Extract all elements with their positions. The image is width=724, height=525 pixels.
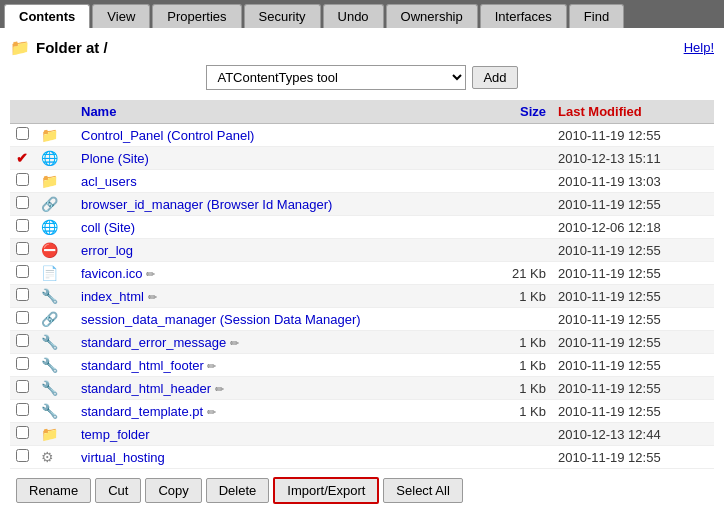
item-link[interactable]: Control_Panel (Control Panel) [81,128,254,143]
tab-ownership[interactable]: Ownership [386,4,478,28]
table-row: 🔧standard_html_footer ✏1 Kb2010-11-19 12… [10,354,714,377]
header-last-modified: Last Modified [552,100,714,124]
tab-contents[interactable]: Contents [4,4,90,28]
table-body: 📁Control_Panel (Control Panel)2010-11-19… [10,124,714,469]
folder-title-text: Folder at / [36,39,108,56]
select-all-button[interactable]: Select All [383,478,462,503]
row-checkbox[interactable] [16,311,29,324]
table-row: ⛔error_log2010-11-19 12:55 [10,239,714,262]
item-date: 2010-11-19 12:55 [552,446,714,469]
tool-icon: 🔧 [41,380,58,396]
item-link[interactable]: session_data_manager (Session Data Manag… [81,312,361,327]
tool-icon: 🔧 [41,357,58,373]
link-icon: 🔗 [41,196,58,212]
edit-pencil-icon[interactable]: ✏ [207,360,216,372]
header-name[interactable]: Name [75,100,487,124]
edit-pencil-icon[interactable]: ✏ [215,383,224,395]
row-checkbox[interactable] [16,380,29,393]
tool-icon: 🔧 [41,334,58,350]
folder-icon: 📁 [10,38,30,57]
content-type-select[interactable]: ATContentTypes toolDTML DocumentDTML Met… [206,65,466,90]
item-date: 2010-12-06 12:18 [552,216,714,239]
row-checkbox[interactable] [16,127,29,140]
table-row: 📁acl_users2010-11-19 13:03 [10,170,714,193]
tab-find[interactable]: Find [569,4,624,28]
edit-pencil-icon[interactable]: ✏ [148,291,157,303]
folder-icon: 📁 [41,173,58,189]
item-link[interactable]: index_html [81,289,144,304]
add-button[interactable]: Add [472,66,517,89]
row-checkbox[interactable] [16,334,29,347]
edit-pencil-icon[interactable]: ✏ [207,406,216,418]
delete-button[interactable]: Delete [206,478,270,503]
copy-button[interactable]: Copy [145,478,201,503]
cut-button[interactable]: Cut [95,478,141,503]
row-checkbox[interactable] [16,196,29,209]
item-link[interactable]: acl_users [81,174,137,189]
item-date: 2010-11-19 12:55 [552,354,714,377]
row-checkbox[interactable] [16,219,29,232]
row-checkbox[interactable] [16,357,29,370]
item-date: 2010-11-19 12:55 [552,308,714,331]
item-size: 1 Kb [487,377,552,400]
item-link[interactable]: virtual_hosting [81,450,165,465]
import-export-button[interactable]: Import/Export [273,477,379,504]
table-row: 🔗browser_id_manager (Browser Id Manager)… [10,193,714,216]
tool-icon: 🔧 [41,403,58,419]
item-date: 2010-11-19 13:03 [552,170,714,193]
item-link[interactable]: temp_folder [81,427,150,442]
edit-pencil-icon[interactable]: ✏ [146,268,155,280]
main-content: 📁 Folder at / Help! ATContentTypes toolD… [0,28,724,518]
item-size [487,423,552,446]
globe-icon: 🌐 [41,150,58,166]
item-link[interactable]: error_log [81,243,133,258]
item-size [487,216,552,239]
row-checkbox[interactable] [16,449,29,462]
red-checkmark: ✔ [16,150,28,166]
item-size [487,193,552,216]
item-date: 2010-11-19 12:55 [552,262,714,285]
edit-pencil-icon[interactable]: ✏ [230,337,239,349]
item-date: 2010-11-19 12:55 [552,400,714,423]
folder-header: 📁 Folder at / Help! [10,38,714,57]
item-date: 2010-12-13 12:44 [552,423,714,446]
item-link[interactable]: standard_template.pt [81,404,203,419]
tab-bar: Contents View Properties Security Undo O… [0,0,724,28]
table-row: 🔧standard_html_header ✏1 Kb2010-11-19 12… [10,377,714,400]
item-size [487,124,552,147]
file-icon: 📄 [41,265,58,281]
item-link[interactable]: standard_html_footer [81,358,204,373]
row-checkbox[interactable] [16,242,29,255]
table-row: 🌐coll (Site)2010-12-06 12:18 [10,216,714,239]
row-checkbox[interactable] [16,403,29,416]
folder-title: 📁 Folder at / [10,38,108,57]
tool-icon: 🔧 [41,288,58,304]
row-checkbox[interactable] [16,173,29,186]
item-date: 2010-11-19 12:55 [552,377,714,400]
table-row: 🔧standard_template.pt ✏1 Kb2010-11-19 12… [10,400,714,423]
item-link[interactable]: coll (Site) [81,220,135,235]
tab-undo[interactable]: Undo [323,4,384,28]
tab-properties[interactable]: Properties [152,4,241,28]
row-checkbox[interactable] [16,265,29,278]
item-link[interactable]: standard_html_header [81,381,211,396]
tab-interfaces[interactable]: Interfaces [480,4,567,28]
bottom-toolbar: Rename Cut Copy Delete Import/Export Sel… [10,469,714,512]
globe-icon: 🌐 [41,219,58,235]
item-link[interactable]: standard_error_message [81,335,226,350]
add-row: ATContentTypes toolDTML DocumentDTML Met… [10,65,714,90]
help-link[interactable]: Help! [684,40,714,55]
tab-security[interactable]: Security [244,4,321,28]
tab-view[interactable]: View [92,4,150,28]
item-size [487,446,552,469]
item-size [487,239,552,262]
item-size [487,308,552,331]
table-header-row: Name Size Last Modified [10,100,714,124]
row-checkbox[interactable] [16,426,29,439]
item-link[interactable]: browser_id_manager (Browser Id Manager) [81,197,332,212]
row-checkbox[interactable] [16,288,29,301]
rename-button[interactable]: Rename [16,478,91,503]
link-icon: 🔗 [41,311,58,327]
item-link[interactable]: favicon.ico [81,266,142,281]
item-link[interactable]: Plone (Site) [81,151,149,166]
